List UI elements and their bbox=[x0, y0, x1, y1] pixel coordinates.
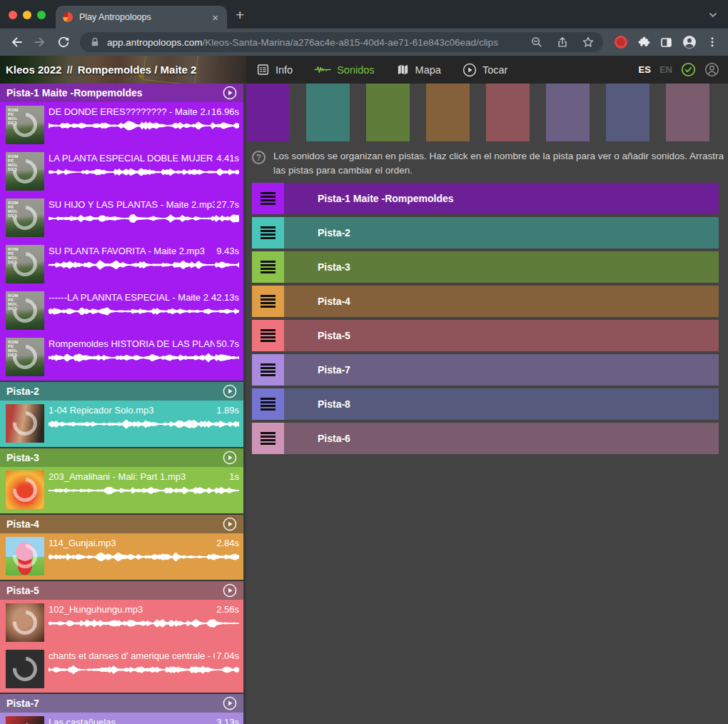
nav-sonidos[interactable]: Sonidos bbox=[314, 63, 374, 76]
track-play-button[interactable] bbox=[223, 86, 237, 100]
track-row[interactable]: Pista-8 bbox=[252, 388, 719, 420]
clip-item[interactable]: ROMPEMOLDESRompemoldes HISTORIA DE LAS P… bbox=[0, 334, 243, 381]
browser-menu-kebab-icon[interactable] bbox=[706, 36, 719, 49]
tab-title: Play Antropoloops bbox=[79, 12, 211, 22]
track-row[interactable]: Pista-2 bbox=[252, 217, 719, 248]
clip-item[interactable]: 1-04 Repicador Solo.mp31.89s bbox=[0, 401, 243, 447]
clip-waveform[interactable] bbox=[49, 258, 239, 271]
track-row[interactable]: Pista-1 Maite -Rompemoldes bbox=[252, 183, 719, 214]
track-row[interactable]: Pista-6 bbox=[252, 423, 719, 454]
drag-handle[interactable] bbox=[252, 423, 284, 454]
clip-item[interactable]: chants et danses d' amerique centrale - … bbox=[0, 646, 243, 693]
track-header[interactable]: Pista-5 bbox=[0, 581, 243, 600]
clip-waveform[interactable] bbox=[49, 484, 239, 497]
loop-ring-icon bbox=[8, 605, 42, 640]
track-row-body[interactable]: Pista-3 bbox=[284, 251, 719, 283]
track-row-body[interactable]: Pista-6 bbox=[284, 423, 719, 454]
clip-waveform[interactable] bbox=[49, 617, 239, 630]
nav-info[interactable]: Info bbox=[256, 63, 293, 76]
forward-icon[interactable] bbox=[33, 35, 47, 49]
track-play-button[interactable] bbox=[223, 451, 237, 465]
tab-close-icon[interactable]: × bbox=[211, 12, 220, 23]
drag-handle[interactable] bbox=[252, 183, 284, 214]
lang-es[interactable]: ES bbox=[639, 64, 651, 75]
track-header[interactable]: Pista-2 bbox=[0, 382, 243, 401]
clip-thumbnail: ROMPEMOLDES bbox=[6, 198, 44, 237]
main-panel: ? Los sonidos se organizan en pistas. Ha… bbox=[246, 84, 728, 724]
share-icon[interactable] bbox=[556, 36, 569, 49]
clip-item[interactable]: 203_Amalihani - Mali: Part 1.mp31s bbox=[0, 467, 243, 513]
minimize-window-button[interactable] bbox=[23, 11, 31, 19]
track-row[interactable]: Pista-3 bbox=[252, 251, 719, 283]
drag-handle[interactable] bbox=[252, 320, 284, 351]
track-name: Pista-4 bbox=[6, 518, 39, 530]
clip-waveform[interactable] bbox=[49, 418, 239, 431]
track-header[interactable]: Pista-1 Maite -Rompemoldes bbox=[0, 84, 243, 102]
clip-waveform[interactable] bbox=[49, 550, 239, 563]
track-name: Pista-3 bbox=[6, 452, 39, 463]
track-color-swatch bbox=[666, 84, 709, 141]
browser-tab[interactable]: Play Antropoloops × bbox=[56, 6, 227, 29]
maximize-window-button[interactable] bbox=[37, 11, 46, 19]
new-tab-button[interactable]: + bbox=[236, 7, 244, 22]
track-row-body[interactable]: Pista-1 Maite -Rompemoldes bbox=[284, 183, 719, 214]
nav-info-label: Info bbox=[275, 64, 293, 76]
nav-mapa[interactable]: Mapa bbox=[396, 63, 441, 76]
track-row[interactable]: Pista-4 bbox=[252, 286, 719, 317]
track-header[interactable]: Pista-3 bbox=[0, 448, 243, 467]
drag-handle[interactable] bbox=[252, 286, 284, 317]
breadcrumb[interactable]: Kleos 2022//Rompemoldes / Maite 2 bbox=[0, 56, 246, 84]
nav-mapa-label: Mapa bbox=[415, 64, 441, 76]
track-clips: 102_Hunguhungu.mp32.56schants et danses … bbox=[0, 600, 243, 693]
profile-avatar[interactable] bbox=[682, 35, 697, 49]
side-panel-icon[interactable] bbox=[659, 36, 673, 49]
track-header[interactable]: Pista-7 bbox=[0, 694, 243, 713]
clip-item[interactable]: 102_Hunguhungu.mp32.56s bbox=[0, 600, 243, 646]
clip-item[interactable]: ROMPEMOLDESLA PLANTA ESPECIAL DOBLE MUJE… bbox=[0, 149, 243, 195]
drag-handle[interactable] bbox=[252, 354, 284, 386]
clip-item[interactable]: ROMPEMOLDESDE DONDE ERES???????? - Maite… bbox=[0, 102, 243, 149]
drag-handle[interactable] bbox=[252, 217, 284, 248]
bookmark-star-icon[interactable] bbox=[582, 36, 595, 49]
track-row-body[interactable]: Pista-2 bbox=[284, 217, 719, 248]
track-row-body[interactable]: Pista-5 bbox=[284, 320, 719, 351]
track-play-button[interactable] bbox=[223, 583, 237, 598]
track-row-body[interactable]: Pista-8 bbox=[284, 388, 719, 420]
track-color-strip bbox=[246, 84, 709, 141]
reload-icon[interactable] bbox=[56, 35, 71, 49]
track-play-button[interactable] bbox=[223, 517, 237, 531]
clip-item[interactable]: Las castañuelas3.13s bbox=[0, 713, 243, 724]
clip-waveform[interactable] bbox=[49, 166, 239, 179]
account-icon[interactable] bbox=[704, 62, 719, 77]
track-header[interactable]: Pista-4 bbox=[0, 515, 243, 533]
lang-en[interactable]: EN bbox=[659, 64, 672, 75]
record-extension-icon[interactable] bbox=[615, 36, 627, 49]
breadcrumb-session[interactable]: Rompemoldes / Maite 2 bbox=[78, 64, 197, 76]
track-play-button[interactable] bbox=[223, 384, 237, 398]
clip-waveform[interactable] bbox=[49, 305, 239, 318]
clip-waveform[interactable] bbox=[49, 119, 239, 132]
clip-item[interactable]: ROMPEMOLDESSU HIJO Y LAS PLANTAS - Maite… bbox=[0, 195, 243, 241]
nav-tocar[interactable]: Tocar bbox=[462, 63, 507, 77]
antropoloops-favicon bbox=[63, 12, 73, 22]
track-row[interactable]: Pista-7 bbox=[252, 354, 719, 386]
drag-handle[interactable] bbox=[252, 388, 284, 420]
track-row-body[interactable]: Pista-7 bbox=[284, 354, 719, 386]
address-bar[interactable]: app.antropoloops.com/Kleos-Santa-Marina/… bbox=[80, 32, 603, 52]
track-row[interactable]: Pista-5 bbox=[252, 320, 719, 351]
extensions-puzzle-icon[interactable] bbox=[637, 36, 650, 49]
clip-item[interactable]: ROMPEMOLDES------LA PLANNTA ESPECIAL - M… bbox=[0, 288, 243, 334]
tab-search-chevron-icon[interactable] bbox=[707, 9, 719, 21]
clip-item[interactable]: ROMPEMOLDESSU PLANTA FAVORITA - Maite 2.… bbox=[0, 241, 243, 288]
close-window-button[interactable] bbox=[9, 11, 17, 19]
zoom-icon[interactable] bbox=[530, 36, 543, 49]
clip-waveform[interactable] bbox=[49, 663, 239, 676]
back-icon[interactable] bbox=[9, 35, 24, 49]
clip-waveform[interactable] bbox=[49, 212, 239, 225]
clip-item[interactable]: 114_Gunjai.mp32.84s bbox=[0, 533, 243, 580]
drag-handle[interactable] bbox=[252, 251, 284, 283]
track-row-body[interactable]: Pista-4 bbox=[284, 286, 719, 317]
track-play-button[interactable] bbox=[223, 696, 237, 710]
clip-waveform[interactable] bbox=[49, 351, 239, 364]
breadcrumb-project[interactable]: Kleos 2022 bbox=[6, 64, 61, 76]
